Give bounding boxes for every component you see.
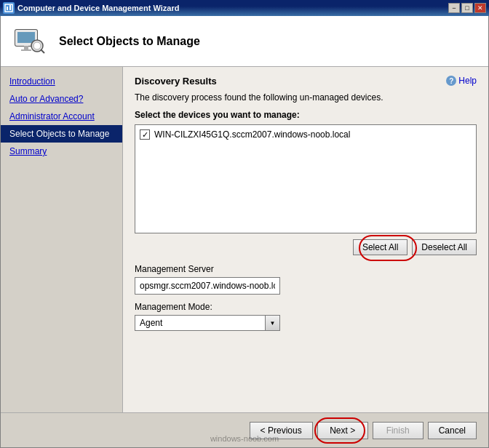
sidebar-item-select-objects[interactable]: Select Objects to Manage bbox=[1, 125, 122, 143]
minimize-button[interactable]: − bbox=[448, 3, 460, 13]
section-title: Discovery Results bbox=[135, 76, 477, 87]
maximize-button[interactable]: □ bbox=[461, 3, 473, 13]
discovery-description: The discovery process found the followin… bbox=[135, 92, 477, 103]
devices-label: Select the devices you want to manage: bbox=[135, 110, 477, 120]
device-name: WIN-CILZXI45G1Q.sccm2007.windows-noob.lo… bbox=[154, 129, 350, 140]
svg-point-9 bbox=[33, 42, 41, 49]
management-mode-label: Management Mode: bbox=[135, 302, 477, 312]
svg-rect-1 bbox=[7, 7, 8, 10]
select-buttons-row: Select All Deselect All bbox=[135, 239, 477, 255]
help-icon: ? bbox=[446, 76, 456, 86]
select-all-button[interactable]: Select All bbox=[353, 239, 408, 255]
wizard-icon bbox=[12, 24, 47, 59]
close-button[interactable]: ✕ bbox=[474, 3, 486, 13]
sidebar-item-introduction[interactable]: Introduction bbox=[1, 73, 122, 90]
svg-rect-6 bbox=[24, 46, 28, 49]
sidebar-item-administrator[interactable]: Administrator Account bbox=[1, 108, 122, 125]
management-server-label: Management Server bbox=[135, 264, 477, 274]
sidebar-item-auto-advanced[interactable]: Auto or Advanced? bbox=[1, 90, 122, 108]
svg-rect-0 bbox=[5, 4, 12, 12]
page-title: Select Objects to Manage bbox=[59, 35, 200, 48]
finish-button[interactable]: Finish bbox=[373, 422, 424, 439]
svg-line-10 bbox=[41, 49, 44, 53]
management-server-section: Management Server bbox=[135, 264, 477, 295]
next-button[interactable]: Next > bbox=[317, 422, 368, 439]
window-controls: − □ ✕ bbox=[448, 3, 486, 13]
previous-button[interactable]: < Previous bbox=[250, 422, 313, 439]
summary-link[interactable]: Summary bbox=[9, 146, 47, 156]
deselect-all-button[interactable]: Deselect All bbox=[412, 239, 477, 255]
management-mode-select[interactable]: Agent Agentless bbox=[135, 315, 266, 331]
device-listbox: WIN-CILZXI45G1Q.sccm2007.windows-noob.lo… bbox=[135, 124, 477, 233]
window-title: Computer and Device Management Wizard bbox=[17, 4, 448, 12]
management-mode-wrapper: Agent Agentless ▼ bbox=[135, 315, 477, 331]
content-area: ? Help Discovery Results The discovery p… bbox=[123, 67, 488, 412]
list-item: WIN-CILZXI45G1Q.sccm2007.windows-noob.lo… bbox=[138, 128, 473, 141]
svg-rect-2 bbox=[9, 5, 11, 10]
wizard-container: Select Objects to Manage Introduction Au… bbox=[0, 16, 489, 448]
device-checkbox[interactable] bbox=[140, 129, 150, 140]
sidebar: Introduction Auto or Advanced? Administr… bbox=[1, 67, 123, 412]
sidebar-item-summary[interactable]: Summary bbox=[1, 143, 122, 160]
management-server-input[interactable] bbox=[135, 277, 280, 295]
dropdown-arrow-icon[interactable]: ▼ bbox=[266, 315, 280, 331]
cancel-button[interactable]: Cancel bbox=[428, 422, 477, 439]
svg-rect-5 bbox=[17, 32, 35, 43]
introduction-link[interactable]: Introduction bbox=[9, 76, 55, 87]
auto-advanced-link[interactable]: Auto or Advanced? bbox=[9, 94, 83, 104]
window-icon bbox=[3, 2, 15, 14]
wizard-body: Introduction Auto or Advanced? Administr… bbox=[1, 67, 488, 412]
wizard-header: Select Objects to Manage bbox=[1, 16, 488, 67]
administrator-link[interactable]: Administrator Account bbox=[9, 111, 95, 121]
wizard-footer: < Previous Next > Finish Cancel windows-… bbox=[1, 412, 488, 447]
svg-rect-7 bbox=[21, 49, 31, 51]
help-link[interactable]: ? Help bbox=[446, 76, 477, 86]
title-bar: Computer and Device Management Wizard − … bbox=[0, 0, 489, 16]
management-mode-section: Management Mode: Agent Agentless ▼ bbox=[135, 302, 477, 331]
